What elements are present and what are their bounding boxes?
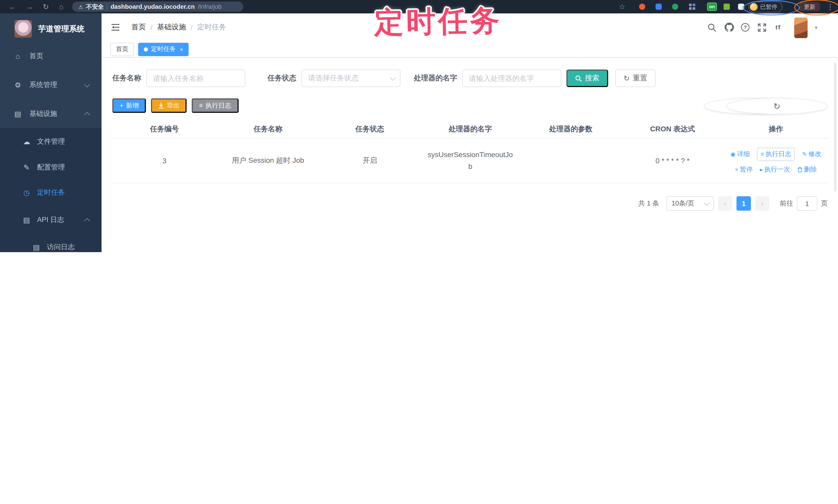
sidebar-item-system-manage[interactable]: ⚙ 系统管理 (0, 71, 102, 100)
page-size-select[interactable]: 10条/页 (666, 196, 714, 211)
reset-button-label: 重置 (633, 74, 647, 83)
breadcrumb-home[interactable]: 首页 (132, 23, 146, 32)
breadcrumb-infrastructure[interactable]: 基础设施 (157, 23, 186, 32)
cell-job-name: 用户 Session 超时 Job (216, 156, 319, 165)
pause-link[interactable]: × 暂停 (735, 165, 753, 174)
handler-name-label: 处理器的名字 (414, 74, 457, 83)
tab-cron-job[interactable]: 定时任务 × (138, 42, 189, 56)
detail-link[interactable]: ◉ 详细 (731, 148, 750, 160)
extension-blue-icon[interactable] (656, 4, 662, 10)
app-logo: 芋道管理系统 (14, 19, 85, 39)
svg-text:?: ? (744, 24, 747, 30)
handler-name-input[interactable] (462, 70, 561, 87)
extensions-puzzle-icon[interactable] (738, 4, 744, 10)
top-navbar: 首页 / 基础设施 / 定时任务 ? tT ▾ (102, 13, 838, 42)
app-title: 芋道管理系统 (38, 24, 85, 34)
bookmark-star-icon[interactable]: ☆ (617, 0, 627, 13)
goto-suffix: 页 (821, 199, 828, 208)
add-button[interactable]: + 新增 (112, 98, 146, 113)
update-button[interactable]: 更新 (799, 2, 820, 11)
exec-log-button-label: 执行日志 (205, 101, 231, 110)
browser-menu-icon[interactable]: ⋮ (826, 0, 835, 13)
tab-home[interactable]: 首页 (110, 42, 134, 56)
col-cron: CRON 表达式 (621, 125, 724, 134)
sidebar-item-infrastructure[interactable]: ▤ 基础设施 (0, 100, 102, 128)
on-badge[interactable]: on (707, 3, 717, 11)
job-status-select[interactable]: 请选择任务状态 (301, 70, 400, 87)
home-icon: ⌂ (13, 52, 22, 60)
user-avatar[interactable] (794, 18, 808, 38)
fullscreen-icon[interactable] (755, 13, 768, 41)
browser-reload-icon[interactable]: ↻ (41, 0, 51, 13)
log-icon: ▤ (32, 243, 41, 251)
tab-label: 首页 (116, 45, 128, 54)
screen: ← → ↻ ⌂ ⚠ 不安全 dashboard.yudao.iocoder.cn… (0, 0, 838, 252)
filter-form: 任务名称 任务状态 请选择任务状态 处理器的名字 搜索 ↻ 重置 (112, 69, 828, 88)
gear-icon: ⚙ (13, 81, 22, 89)
url-domain[interactable]: dashboard.yudao.iocoder.cn (110, 3, 195, 10)
pencil-icon: ✎ (802, 151, 807, 157)
extension-leaf-icon[interactable] (723, 4, 730, 10)
sidebar-item-label: 配置管理 (37, 163, 65, 172)
font-size-icon[interactable]: tT (772, 13, 784, 41)
edit-link[interactable]: ✎ 修改 (802, 148, 821, 160)
chevron-down-icon (390, 75, 396, 80)
close-icon[interactable]: × (180, 46, 183, 52)
table-toolbar: + 新增 导出 ≡ 执行日志 ↻ (112, 98, 828, 113)
avatar-caret-icon[interactable]: ▾ (815, 13, 817, 41)
col-job-status: 任务状态 (319, 125, 420, 134)
active-dot-icon (144, 47, 148, 51)
logo-avatar (14, 20, 32, 38)
table-row: 3 用户 Session 超时 Job 开启 sysUserSessionTim… (112, 139, 828, 183)
browser-back-icon[interactable]: ← (8, 0, 17, 13)
goto-page-input[interactable] (797, 196, 817, 211)
url-divider (107, 4, 107, 10)
job-name-input[interactable] (146, 70, 245, 87)
exec-log-link[interactable]: ≡ 执行日志 (757, 148, 795, 160)
reset-button[interactable]: ↻ 重置 (615, 70, 655, 87)
tags-view-bar: 首页 定时任务 × (102, 41, 838, 58)
refresh-icon: ↻ (773, 101, 781, 111)
search-button-label: 搜索 (585, 74, 599, 83)
refresh-icon: ↻ (624, 74, 630, 83)
clock-icon: ◷ (22, 188, 31, 197)
sidebar-item-label: 基础设施 (29, 109, 57, 119)
search-icon[interactable] (705, 13, 718, 41)
profile-paused-chip[interactable]: 已暂停 (748, 2, 782, 12)
list-icon: ≡ (199, 102, 203, 109)
search-button[interactable]: 搜索 (566, 70, 608, 87)
extension-grid-icon[interactable] (689, 4, 695, 10)
extension-orange-icon[interactable] (639, 4, 645, 10)
address-bar[interactable]: ⚠ 不安全 dashboard.yudao.iocoder.cn/infra/j… (72, 2, 243, 12)
extension-green-icon[interactable] (672, 4, 678, 10)
paused-badge-label: 已暂停 (760, 3, 777, 11)
chevron-down-icon (84, 82, 90, 87)
browser-chrome: ← → ↻ ⌂ ⚠ 不安全 dashboard.yudao.iocoder.cn… (0, 0, 838, 13)
next-page-button[interactable]: › (755, 196, 769, 211)
refresh-table-button[interactable]: ↻ (726, 98, 828, 114)
export-button[interactable]: 导出 (151, 98, 187, 113)
sidebar-item-cron-job[interactable]: ◷ 定时任务 (0, 180, 102, 205)
profile-emoji-icon (750, 3, 757, 11)
run-once-link[interactable]: ▸ 执行一次 (760, 165, 790, 174)
cell-actions: ◉ 详细 ≡ 执行日志 ✎ 修改 (724, 148, 828, 174)
page-1-button[interactable]: 1 (736, 196, 751, 211)
sidebar-item-file-manage[interactable]: ☁ 文件管理 (0, 129, 102, 155)
sidebar-item-config-manage[interactable]: ✎ 配置管理 (0, 155, 102, 180)
github-icon[interactable] (723, 13, 735, 41)
sidebar-item-api-log[interactable]: ▤ API 日志 (0, 207, 102, 233)
browser-forward-icon[interactable]: → (25, 0, 34, 13)
prev-page-button[interactable]: ‹ (718, 196, 732, 211)
security-label[interactable]: 不安全 (86, 3, 104, 11)
search-icon (575, 75, 582, 82)
delete-link[interactable]: 删除 (797, 165, 817, 174)
help-icon[interactable]: ? (739, 13, 751, 41)
sidebar-item-home[interactable]: ⌂ 首页 (0, 42, 102, 71)
sidebar-item-access-log[interactable]: ▤ 访问日志 (0, 234, 102, 252)
page-scrollbar[interactable] (834, 63, 836, 192)
select-placeholder: 请选择任务状态 (308, 74, 359, 83)
browser-home-icon[interactable]: ⌂ (57, 0, 66, 13)
sidebar-collapse-icon[interactable] (111, 23, 120, 34)
cell-job-status: 开启 (319, 156, 420, 165)
exec-log-button[interactable]: ≡ 执行日志 (192, 98, 239, 113)
